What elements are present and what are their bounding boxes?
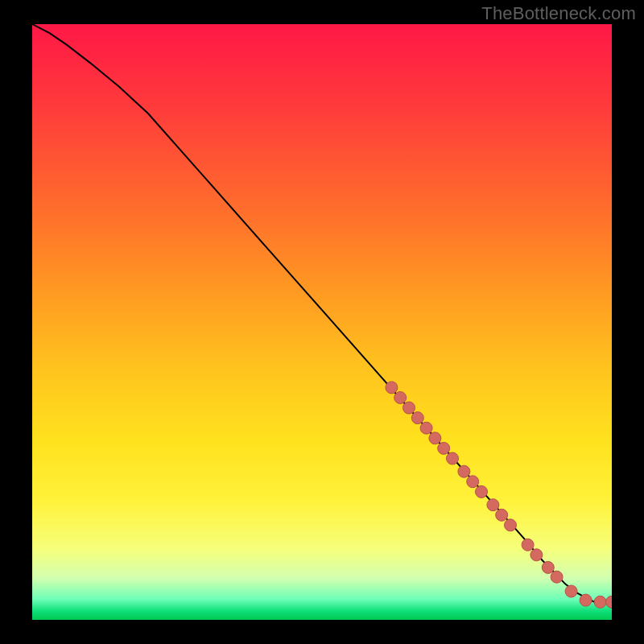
- data-marker: [522, 539, 534, 551]
- chart-svg: [32, 24, 612, 620]
- data-marker: [420, 422, 432, 434]
- data-marker: [530, 549, 543, 561]
- data-marker: [580, 594, 592, 606]
- data-marker: [386, 382, 398, 394]
- data-marker: [403, 402, 415, 414]
- plot-area: [32, 24, 612, 620]
- data-marker: [505, 519, 517, 531]
- data-marker: [594, 596, 606, 608]
- data-marker: [394, 392, 407, 404]
- data-marker: [438, 442, 450, 454]
- data-marker: [476, 485, 488, 497]
- data-marker: [551, 571, 563, 583]
- data-marker: [496, 509, 508, 521]
- data-marker: [467, 476, 479, 488]
- chart-frame: TheBottleneck.com: [0, 0, 644, 644]
- gradient-panel: [32, 24, 612, 620]
- watermark-text: TheBottleneck.com: [481, 3, 636, 24]
- data-marker: [487, 499, 499, 511]
- data-marker: [458, 465, 470, 477]
- data-marker: [565, 585, 577, 597]
- data-marker: [411, 412, 423, 424]
- data-marker: [447, 452, 459, 464]
- data-marker: [542, 561, 554, 573]
- data-marker: [429, 432, 441, 444]
